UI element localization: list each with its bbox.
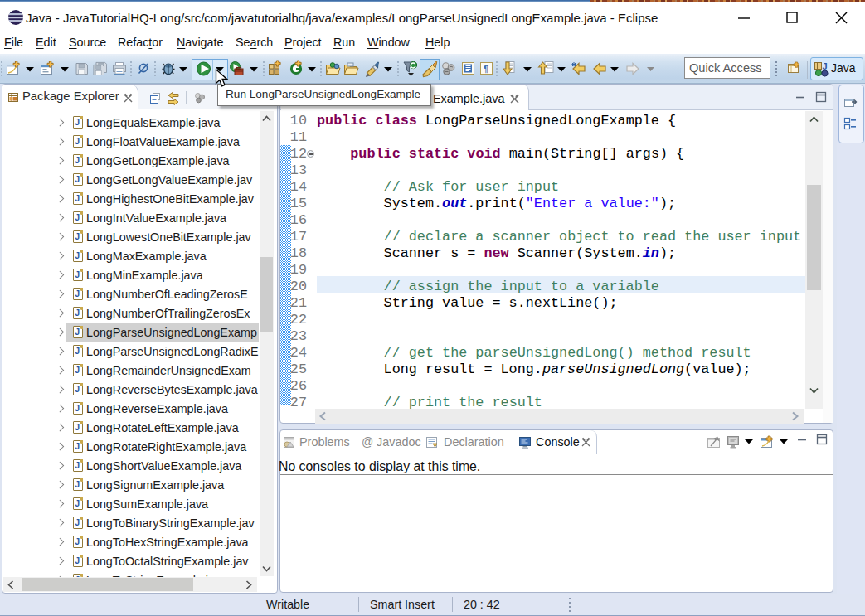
svg-text:¶: ¶ xyxy=(484,64,488,74)
svg-text:@: @ xyxy=(362,435,373,449)
svg-text:J: J xyxy=(823,62,828,71)
